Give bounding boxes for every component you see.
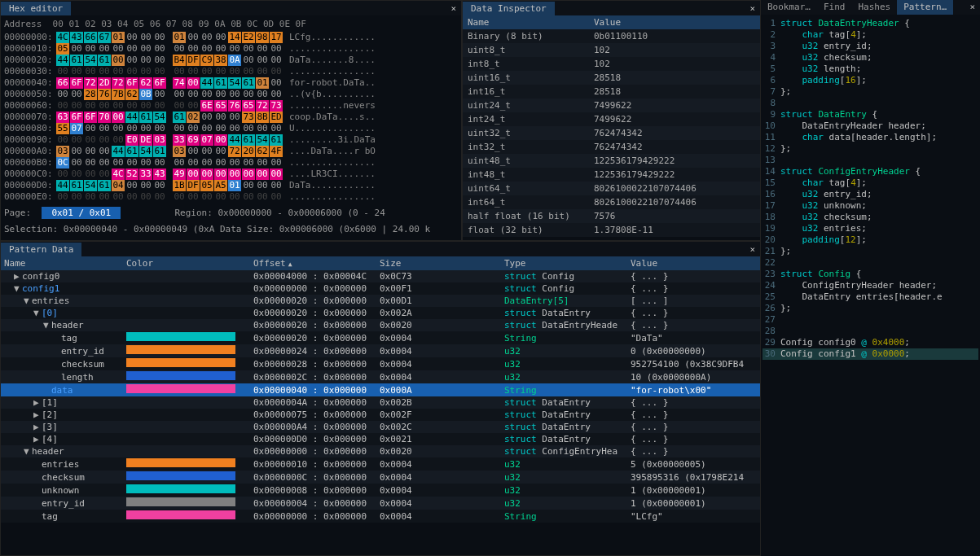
code-line[interactable]: 16 u32 entry_id; <box>762 189 978 200</box>
code-line[interactable]: 28 <box>762 326 978 337</box>
code-line[interactable]: 10 DataEntryHeader header; <box>762 120 978 132</box>
inspector-row[interactable]: half float (16 bit)7576 <box>463 209 760 223</box>
close-icon[interactable]: × <box>965 0 980 15</box>
code-line[interactable]: 2 char tag[4]; <box>762 29 978 41</box>
code-line[interactable]: 23struct Config { <box>762 269 978 280</box>
code-line[interactable]: 15 char tag[4]; <box>762 177 978 189</box>
code-line[interactable]: 17 u32 unknown; <box>762 200 978 212</box>
code-line[interactable]: 13 <box>762 155 978 166</box>
inspector-row[interactable]: int24_t7499622 <box>463 112 760 126</box>
page-label: Page: <box>4 208 31 218</box>
hex-editor-panel: Hex editor × Address 00 01 02 03 04 05 0… <box>0 0 462 241</box>
hex-row[interactable]: 000000D0:44615461040000001BDF05A50100000… <box>4 180 458 191</box>
pattern-row[interactable]: ▶[4]0x000000D0 : 0x0000000x0021struct Da… <box>1 433 760 445</box>
pattern-row[interactable]: ▼entries0x00000020 : 0x0000000x00D1DataE… <box>1 295 760 307</box>
inspector-row[interactable]: uint64_t8026100022107074406 <box>463 182 760 195</box>
inspector-row[interactable]: int64_t8026100022107074406 <box>463 195 760 209</box>
close-icon[interactable]: × <box>446 2 461 15</box>
code-line[interactable]: 5 u32 length; <box>762 63 978 75</box>
code-line[interactable]: 7}; <box>762 86 978 98</box>
hex-row[interactable]: 00000050:000028767B620B00000000000000000… <box>4 89 458 100</box>
code-line[interactable]: 22 <box>762 257 978 269</box>
hex-row[interactable]: 000000B0:0C00000000000000000000000000000… <box>4 157 458 169</box>
inspector-row[interactable]: uint32_t762474342 <box>463 126 760 140</box>
right-tabs: Bookmar… Find Hashes Pattern… × <box>761 0 980 15</box>
pattern-row[interactable]: ▶[3]0x000000A4 : 0x0000000x002Cstruct Da… <box>1 421 760 433</box>
address-label: Address <box>4 19 42 29</box>
code-line[interactable]: 3 u32 entry_id; <box>762 41 978 52</box>
hex-row[interactable]: 000000E0:0000000000000000000000000000000… <box>4 191 458 203</box>
hex-row[interactable]: 00000030:0000000000000000000000000000000… <box>4 66 458 77</box>
hex-row[interactable]: 000000A0:0300000044615461030000007220624… <box>4 146 458 157</box>
code-line[interactable]: 24 ConfigEntryHeader header; <box>762 280 978 291</box>
code-line[interactable]: 6 padding[16]; <box>762 75 978 86</box>
hex-row[interactable]: 000000C0:000000004C523343490000000000000… <box>4 169 458 180</box>
pattern-row[interactable]: entry_id0x00000004 : 0x0000000x0004u321 … <box>1 497 760 510</box>
code-line[interactable]: 18 u32 checksum; <box>762 212 978 223</box>
pattern-row[interactable]: data0x00000040 : 0x0000000x000AString"fo… <box>1 383 760 396</box>
code-line[interactable]: 21}; <box>762 246 978 257</box>
pattern-row[interactable]: entries0x00000010 : 0x0000000x0004u325 (… <box>1 457 760 471</box>
code-line[interactable]: 11 char data[header.length]; <box>762 132 978 143</box>
code-line[interactable]: 29Config config0 @ 0x4000; <box>762 337 978 348</box>
hex-editor-title: Hex editor <box>1 2 71 15</box>
pattern-row[interactable]: ▶config00x00004000 : 0x00004C0x0C73struc… <box>1 270 760 282</box>
hex-row[interactable]: 00000020:4461546100000000B4DFC9380A00000… <box>4 55 458 66</box>
code-line[interactable]: 26}; <box>762 303 978 314</box>
pattern-row[interactable]: entry_id0x00000024 : 0x0000000x0004u320 … <box>1 344 760 357</box>
code-line[interactable]: 4 u32 checksum; <box>762 52 978 63</box>
pattern-row[interactable]: ▼header0x00000000 : 0x0000000x0020struct… <box>1 445 760 457</box>
code-line[interactable]: 12}; <box>762 143 978 155</box>
inspector-row[interactable]: int48_t122536179429222 <box>463 168 760 182</box>
hex-rows[interactable]: 00000000:4C436667010000000100000014E2981… <box>4 32 458 203</box>
hex-row[interactable]: 00000080:5507000000000000000000000000000… <box>4 123 458 134</box>
tab-find[interactable]: Find <box>817 0 852 15</box>
tab-hashes[interactable]: Hashes <box>851 0 897 15</box>
pattern-row[interactable]: ▼[0]0x00000020 : 0x0000000x002Astruct Da… <box>1 307 760 319</box>
code-line[interactable]: 25 DataEntry entries[header.e <box>762 291 978 303</box>
pattern-row[interactable]: ▶[1]0x0000004A : 0x0000000x002Bstruct Da… <box>1 396 760 409</box>
code-editor[interactable]: 1struct DataEntryHeader {2 char tag[4];3… <box>761 15 980 363</box>
tab-bookmarks[interactable]: Bookmar… <box>761 0 817 15</box>
code-line[interactable]: 9struct DataEntry { <box>762 109 978 120</box>
hex-row[interactable]: 00000070:636F6F70004461546102000000738BE… <box>4 112 458 123</box>
code-line[interactable]: 30Config config1 @ 0x0000; <box>762 348 978 360</box>
code-line[interactable]: 8 <box>762 98 978 109</box>
pattern-row[interactable]: length0x0000002C : 0x0000000x0004u3210 (… <box>1 370 760 383</box>
pattern-header[interactable]: Name Color Offset Size Type Value <box>1 256 760 270</box>
pattern-row[interactable]: ▼config10x00000000 : 0x0000000x00F1struc… <box>1 282 760 295</box>
inspector-row[interactable]: uint48_t122536179429222 <box>463 154 760 168</box>
inspector-row[interactable]: uint16_t28518 <box>463 71 760 85</box>
sort-asc-icon[interactable] <box>286 258 292 269</box>
hex-row[interactable]: 00000010:0500000000000000000000000000000… <box>4 43 458 55</box>
close-icon[interactable]: × <box>745 243 760 256</box>
inspector-header[interactable]: Name Value <box>463 15 760 29</box>
pattern-row[interactable]: checksum0x0000000C : 0x0000000x0004u3239… <box>1 471 760 484</box>
region-text: Region: 0x00000000 - 0x00006000 (0 - 24 <box>174 208 385 218</box>
pattern-row[interactable]: tag0x00000020 : 0x0000000x0004String"DaT… <box>1 331 760 344</box>
pattern-row[interactable]: tag0x00000000 : 0x0000000x0004String"LCf… <box>1 510 760 523</box>
code-line[interactable]: 20 padding[12]; <box>762 234 978 246</box>
inspector-row[interactable]: Binary (8 bit)0b01100110 <box>463 29 760 43</box>
pattern-row[interactable]: unknown0x00000008 : 0x0000000x0004u321 (… <box>1 484 760 497</box>
hex-row[interactable]: 00000000:4C436667010000000100000014E2981… <box>4 32 458 43</box>
inspector-row[interactable]: float (32 bit)1.37808E-11 <box>463 223 760 237</box>
pattern-row[interactable]: checksum0x00000028 : 0x0000000x0004u3295… <box>1 357 760 370</box>
close-icon[interactable]: × <box>745 2 760 15</box>
inspector-row[interactable]: int32_t762474342 <box>463 140 760 154</box>
code-line[interactable]: 19 u32 entries; <box>762 223 978 234</box>
hex-row[interactable]: 00000040:666F722D726F626F740044615461010… <box>4 77 458 89</box>
code-line[interactable]: 1struct DataEntryHeader { <box>762 18 978 29</box>
hex-row[interactable]: 00000090:0000000000E0DE03336907004461546… <box>4 134 458 146</box>
inspector-row[interactable]: int8_t102 <box>463 57 760 71</box>
tab-pattern[interactable]: Pattern… <box>897 0 953 15</box>
page-indicator[interactable]: 0x01 / 0x01 <box>42 207 121 219</box>
inspector-row[interactable]: uint24_t7499622 <box>463 99 760 112</box>
pattern-row[interactable]: ▶[2]0x00000075 : 0x0000000x002Fstruct Da… <box>1 409 760 421</box>
pattern-row[interactable]: ▼header0x00000020 : 0x0000000x0020struct… <box>1 319 760 331</box>
code-line[interactable]: 14struct ConfigEntryHeader { <box>762 166 978 177</box>
hex-row[interactable]: 00000060:000000000000000000006E657665727… <box>4 100 458 112</box>
inspector-row[interactable]: uint8_t102 <box>463 43 760 57</box>
code-line[interactable]: 27 <box>762 314 978 326</box>
inspector-row[interactable]: int16_t28518 <box>463 85 760 99</box>
